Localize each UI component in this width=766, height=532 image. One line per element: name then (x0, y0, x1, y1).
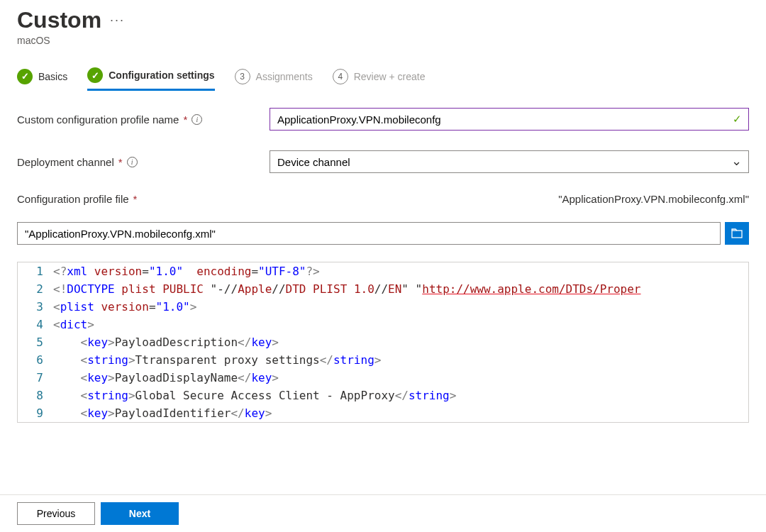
required-marker: * (183, 113, 187, 126)
next-button[interactable]: Next (101, 502, 179, 525)
line-number: 3 (18, 298, 53, 316)
wizard-step-basics[interactable]: ✓ Basics (17, 69, 67, 90)
line-number: 8 (18, 387, 53, 404)
page-title: Custom (17, 7, 101, 33)
code-line: 6 <string>Ttransparent proxy settings</s… (18, 351, 748, 369)
browse-file-button[interactable] (725, 222, 749, 245)
previous-button[interactable]: Previous (17, 502, 95, 525)
profile-file-label: Configuration profile file * (17, 193, 270, 205)
line-number: 9 (18, 404, 53, 422)
page-subtitle: macOS (17, 35, 749, 46)
deployment-channel-label: Deployment channel * i (17, 156, 270, 168)
required-marker: * (133, 193, 138, 205)
line-number: 1 (18, 262, 53, 280)
code-line: 5 <key>PayloadDescription</key> (18, 333, 748, 351)
wizard-step-label: Configuration settings (109, 70, 214, 81)
line-number: 5 (18, 333, 53, 351)
code-line: 9 <key>PayloadIdentifier</key> (18, 404, 748, 422)
wizard-step-label: Basics (38, 71, 67, 82)
wizard-step-label: Review + create (354, 71, 426, 82)
wizard-step-review[interactable]: 4 Review + create (333, 69, 426, 90)
code-line: 7 <key>PayloadDisplayName</key> (18, 369, 748, 387)
wizard-step-label: Assignments (256, 71, 313, 82)
info-icon[interactable]: i (192, 114, 202, 125)
step-number-icon: 4 (333, 69, 348, 84)
svg-rect-0 (732, 231, 742, 238)
profile-name-input[interactable] (270, 108, 749, 131)
code-line: 2<!DOCTYPE plist PUBLIC "-//Apple//DTD P… (18, 280, 748, 298)
line-content: <?xml version="1.0" encoding="UTF-8"?> (53, 262, 320, 280)
step-number-icon: 3 (235, 69, 250, 84)
line-number: 6 (18, 351, 53, 369)
line-content: <plist version="1.0"> (53, 298, 196, 316)
wizard-step-assignments[interactable]: 3 Assignments (235, 69, 313, 90)
line-content: <key>PayloadDescription</key> (53, 333, 279, 351)
check-icon: ✓ (17, 69, 33, 84)
code-line: 1<?xml version="1.0" encoding="UTF-8"?> (18, 262, 748, 280)
info-icon[interactable]: i (127, 157, 138, 167)
line-number: 7 (18, 369, 53, 387)
line-content: <string>Ttransparent proxy settings</str… (53, 351, 381, 369)
more-actions-icon[interactable]: ··· (110, 13, 125, 28)
folder-icon (731, 228, 743, 238)
wizard-nav: ✓ Basics ✓ Configuration settings 3 Assi… (0, 46, 766, 96)
file-path-input[interactable] (17, 222, 721, 245)
footer-bar: Previous Next (0, 494, 766, 532)
line-content: <key>PayloadDisplayName</key> (53, 369, 279, 387)
line-number: 4 (18, 316, 53, 333)
required-marker: * (118, 156, 123, 168)
xml-code-viewer[interactable]: 1<?xml version="1.0" encoding="UTF-8"?>2… (17, 262, 749, 423)
line-number: 2 (18, 280, 53, 298)
profile-name-label: Custom configuration profile name * i (17, 113, 270, 126)
code-line: 3<plist version="1.0"> (18, 298, 748, 316)
profile-file-name: "ApplicationProxy.VPN.mobileconfg.xml" (558, 193, 749, 205)
valid-check-icon: ✓ (733, 113, 742, 126)
line-content: <key>PayloadIdentifier</key> (53, 404, 272, 422)
code-line: 4<dict> (18, 316, 748, 333)
wizard-step-configuration[interactable]: ✓ Configuration settings (87, 67, 214, 91)
line-content: <string>Global Secure Access Client - Ap… (53, 387, 456, 404)
line-content: <!DOCTYPE plist PUBLIC "-//Apple//DTD PL… (53, 280, 641, 298)
code-line: 8 <string>Global Secure Access Client - … (18, 387, 748, 404)
line-content: <dict> (53, 316, 94, 333)
deployment-channel-select[interactable]: Device channel (270, 150, 749, 173)
check-icon: ✓ (87, 67, 103, 83)
